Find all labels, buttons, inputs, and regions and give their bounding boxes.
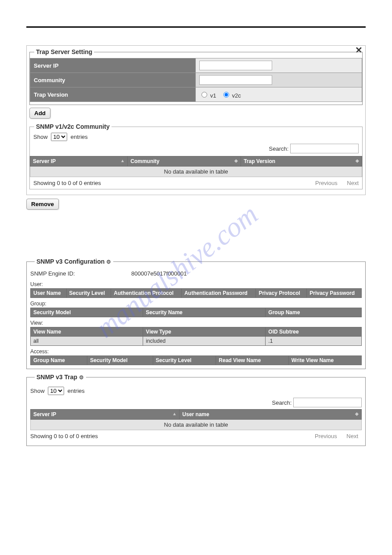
col-priv-protocol: Privacy Protocol (256, 289, 307, 298)
show-entries-select-2[interactable]: 10 (48, 387, 64, 395)
col-security-model-2: Security Model (87, 356, 153, 365)
trap-version-label: Trap Version (30, 87, 196, 102)
user-section-label: User: (30, 279, 362, 288)
search-label: Search: (269, 145, 289, 152)
v3-config-legend: SNMP v3 Configuration ⚙ (35, 258, 113, 265)
col-server-ip[interactable]: Server IP▲ (30, 156, 128, 167)
view-section-label: View: (30, 317, 362, 327)
remove-button[interactable]: Remove (26, 199, 59, 210)
no-data-cell-2: No data available in table (31, 420, 362, 430)
col-view-type: View Type (143, 327, 266, 337)
table-row: all included .1 (31, 337, 362, 346)
col-community[interactable]: Community◆ (128, 156, 241, 167)
next-button-2[interactable]: Next (346, 433, 358, 439)
col-read-view: Read View Name (216, 356, 288, 365)
col-group-name-2: Group Name (31, 356, 87, 365)
v2c-label: v2c (232, 92, 241, 99)
view-name-cell: all (31, 337, 143, 346)
col-security-level: Security Level (66, 289, 111, 298)
col-user-name: User Name (31, 289, 67, 298)
trap-version-v1-radio[interactable] (201, 92, 207, 98)
top-divider (26, 26, 366, 28)
community-table-fieldset: SNMP v1/v2c Community Show 10 entries Se… (29, 123, 363, 189)
previous-button-2[interactable]: Previous (315, 433, 337, 439)
sort-icon: ◆ (356, 158, 359, 163)
table-info: Showing 0 to 0 of 0 entries (33, 180, 101, 186)
sort-icon: ◆ (234, 158, 238, 163)
sort-icon: ▲ (120, 158, 125, 163)
previous-button[interactable]: Previous (315, 180, 338, 186)
entries-label-2: entries (68, 388, 85, 394)
show-label-2: Show (30, 388, 45, 394)
server-ip-label: Server IP (30, 58, 196, 73)
v1-label: v1 (210, 92, 216, 99)
col-trap-version[interactable]: Trap Version◆ (241, 156, 362, 167)
search-input[interactable] (290, 144, 359, 153)
show-label: Show (33, 134, 48, 140)
col-auth-protocol: Authentication Protocol (111, 289, 182, 298)
next-button[interactable]: Next (347, 180, 359, 186)
community-legend: SNMP v1/v2c Community (34, 123, 111, 130)
engine-id-value: 800007e5017f000001 (131, 270, 187, 277)
trap-panel: ✕ Trap Server Setting Server IP Communit… (26, 45, 366, 195)
col-user-name-2[interactable]: User name◆ (180, 410, 362, 420)
access-section-label: Access: (30, 346, 362, 355)
col-view-name: View Name (31, 327, 143, 337)
col-security-model: Security Model (31, 308, 143, 317)
v3-trap-legend: SNMP v3 Trap ⚙ (35, 374, 86, 381)
col-priv-password: Privacy Password (307, 289, 362, 298)
no-data-cell: No data available in table (30, 167, 362, 177)
search-label-2: Search: (272, 399, 292, 406)
add-button[interactable]: Add (29, 108, 50, 119)
snmp-v3-config-fieldset: SNMP v3 Configuration ⚙ SNMP Engine ID: … (26, 258, 366, 369)
col-auth-password: Authentication Password (181, 289, 255, 298)
sort-icon: ▲ (172, 411, 176, 416)
oid-subtree-cell: .1 (266, 337, 362, 346)
gear-icon[interactable]: ⚙ (106, 259, 111, 264)
col-write-view: Write View Name (288, 356, 361, 365)
trap-version-v2c-radio[interactable] (223, 92, 229, 98)
col-group-name: Group Name (266, 308, 362, 317)
gear-icon[interactable]: ⚙ (79, 374, 84, 380)
entries-label: entries (71, 134, 88, 140)
trap-server-legend: Trap Server Setting (34, 48, 94, 55)
snmp-v3-trap-fieldset: SNMP v3 Trap ⚙ Show 10 entries Search: S… (26, 374, 366, 446)
col-server-ip-2[interactable]: Server IP▲ (31, 410, 180, 420)
search-input-2[interactable] (293, 398, 362, 407)
view-type-cell: included (143, 337, 266, 346)
table-info-2: Showing 0 to 0 of 0 entries (30, 433, 98, 439)
col-oid-subtree: OID Subtree (266, 327, 362, 337)
group-section-label: Group: (30, 298, 362, 308)
sort-icon: ◆ (355, 411, 359, 416)
col-security-name: Security Name (143, 308, 266, 317)
show-entries-select[interactable]: 10 (51, 133, 67, 141)
trap-server-setting-fieldset: Trap Server Setting Server IP Community … (29, 48, 363, 105)
server-ip-input[interactable] (199, 61, 272, 70)
engine-id-label: SNMP Engine ID: (30, 270, 131, 277)
community-input[interactable] (199, 75, 272, 85)
community-label: Community (30, 73, 196, 87)
col-security-level-2: Security Level (153, 356, 216, 365)
